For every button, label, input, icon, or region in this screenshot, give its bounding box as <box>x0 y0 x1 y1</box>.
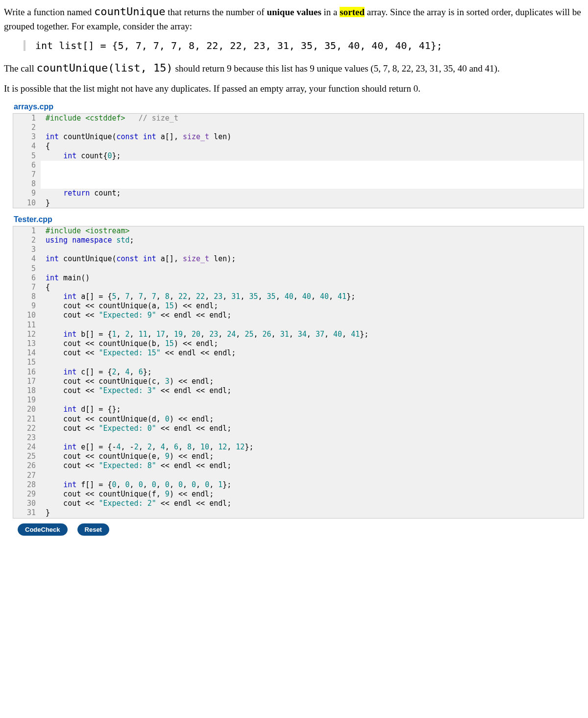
button-row: CodeCheck Reset <box>18 523 584 536</box>
line-number: 20 <box>13 405 41 414</box>
code-line: 2 <box>13 123 584 132</box>
line-number: 17 <box>13 377 41 386</box>
line-number: 18 <box>13 386 41 396</box>
code-content: cout << "Expected: 2" << endl << endl; <box>41 499 231 508</box>
problem-paragraph-1: Write a function named countUnique that … <box>4 4 584 33</box>
code-line: 5 int count{0}; <box>13 151 584 161</box>
code-line: 17 cout << countUnique(c, 3) << endl; <box>13 377 584 386</box>
code-line: 19 <box>13 396 584 405</box>
code-content: int countUnique(const int a[], size_t le… <box>41 254 236 264</box>
line-number: 16 <box>13 368 41 377</box>
code-content: cout << "Expected: 0" << endl << endl; <box>41 424 231 433</box>
line-number: 1 <box>13 226 41 236</box>
code-content: return count; <box>41 189 121 198</box>
line-number: 9 <box>13 301 41 311</box>
code-line: 18 cout << "Expected: 3" << endl << endl… <box>13 386 584 396</box>
code-content <box>41 396 50 405</box>
code-line: 30 cout << "Expected: 2" << endl << endl… <box>13 499 584 508</box>
code-content: { <box>41 283 50 292</box>
code-line: 8 int a[] = {5, 7, 7, 7, 8, 22, 22, 23, … <box>13 292 584 301</box>
text: in a <box>321 7 340 17</box>
line-number: 3 <box>13 245 41 254</box>
code-content: int e[] = {-4, -2, 2, 4, 6, 8, 10, 12, 1… <box>41 443 253 452</box>
code-content <box>41 245 50 254</box>
code-line: 1#include <cstddef> // size_t <box>13 114 584 123</box>
code-line: 13 cout << countUnique(b, 15) << endl; <box>13 339 584 348</box>
line-number: 27 <box>13 471 41 480</box>
code-line: 25 cout << countUnique(e, 9) << endl; <box>13 452 584 461</box>
code-content: int b[] = {1, 2, 11, 17, 19, 20, 23, 24,… <box>41 330 368 339</box>
code-content <box>41 264 50 273</box>
code-line: 20 int d[] = {}; <box>13 405 584 414</box>
code-content <box>41 123 50 132</box>
call-code: countUnique(list, 15) <box>36 62 172 74</box>
code-line: 5 <box>13 264 584 273</box>
code-line: 9 cout << countUnique(a, 15) << endl; <box>13 301 584 311</box>
line-number: 11 <box>13 321 41 330</box>
code-content: int f[] = {0, 0, 0, 0, 0, 0, 0, 0, 1}; <box>41 480 231 490</box>
code-content: #include <cstddef> // size_t <box>41 114 178 123</box>
code-content: #include <iostream> <box>41 226 130 236</box>
line-number: 24 <box>13 443 41 452</box>
code-content: cout << "Expected: 9" << endl << endl; <box>41 311 231 320</box>
code-line: 29 cout << countUnique(f, 9) << endl; <box>13 490 584 499</box>
line-number: 25 <box>13 452 41 461</box>
code-content: cout << countUnique(d, 0) << endl; <box>41 415 214 424</box>
line-number: 6 <box>13 161 41 170</box>
code-content <box>41 161 50 170</box>
codecheck-button[interactable]: CodeCheck <box>18 523 68 536</box>
code-editor-arrays[interactable]: 1#include <cstddef> // size_t2 3int coun… <box>13 113 584 208</box>
line-number: 12 <box>13 330 41 339</box>
function-name: countUnique <box>94 5 166 18</box>
line-number: 8 <box>13 292 41 301</box>
code-line: 7{ <box>13 283 584 292</box>
code-content: } <box>41 198 50 208</box>
line-number: 31 <box>13 508 41 518</box>
line-number: 10 <box>13 198 41 208</box>
code-line: 6int main() <box>13 273 584 283</box>
line-number: 30 <box>13 499 41 508</box>
filename-label: Tester.cpp <box>14 215 584 224</box>
code-line: 24 int e[] = {-4, -2, 2, 4, 6, 8, 10, 12… <box>13 443 584 452</box>
line-number: 5 <box>13 151 41 161</box>
code-content: cout << "Expected: 15" << endl << endl; <box>41 348 236 358</box>
code-content: int main() <box>41 273 90 283</box>
line-number: 8 <box>13 179 41 189</box>
line-number: 23 <box>13 433 41 443</box>
text: that returns the number of <box>166 7 267 17</box>
line-number: 21 <box>13 415 41 424</box>
code-line: 12 int b[] = {1, 2, 11, 17, 19, 20, 23, … <box>13 330 584 339</box>
code-content: { <box>41 142 50 151</box>
reset-button[interactable]: Reset <box>77 523 109 536</box>
line-number: 7 <box>13 170 41 179</box>
line-number: 6 <box>13 273 41 283</box>
code-content: } <box>41 508 50 518</box>
code-content: cout << "Expected: 3" << endl << endl; <box>41 386 231 396</box>
code-content: cout << "Expected: 8" << endl << endl; <box>41 461 231 470</box>
text-highlight: sorted <box>340 7 365 17</box>
code-content: int a[] = {5, 7, 7, 7, 8, 22, 22, 23, 31… <box>41 292 355 301</box>
code-line: 28 int f[] = {0, 0, 0, 0, 0, 0, 0, 0, 1}… <box>13 480 584 490</box>
code-line: 27 <box>13 471 584 480</box>
line-number: 7 <box>13 283 41 292</box>
line-number: 19 <box>13 396 41 405</box>
example-code: int list[] = {5, 7, 7, 7, 8, 22, 22, 23,… <box>35 40 442 51</box>
line-number: 22 <box>13 424 41 433</box>
text: Write a function named <box>4 7 94 17</box>
code-content <box>41 358 50 367</box>
code-line: 9 return count; <box>13 189 584 198</box>
code-content: cout << countUnique(a, 15) << endl; <box>41 301 218 311</box>
code-content: int countUnique(const int a[], size_t le… <box>41 132 231 142</box>
code-content: using namespace std; <box>41 236 134 245</box>
code-content <box>41 433 50 443</box>
code-line: 2using namespace std; <box>13 236 584 245</box>
code-content: int count{0}; <box>41 151 121 161</box>
line-number: 28 <box>13 480 41 490</box>
problem-paragraph-2: The call countUnique(list, 15) should re… <box>4 60 584 76</box>
line-number: 2 <box>13 236 41 245</box>
line-number: 4 <box>13 142 41 151</box>
code-line: 15 <box>13 358 584 367</box>
code-line: 4int countUnique(const int a[], size_t l… <box>13 254 584 264</box>
filename-label: arrays.cpp <box>14 102 584 111</box>
code-line: 7 <box>13 170 584 179</box>
